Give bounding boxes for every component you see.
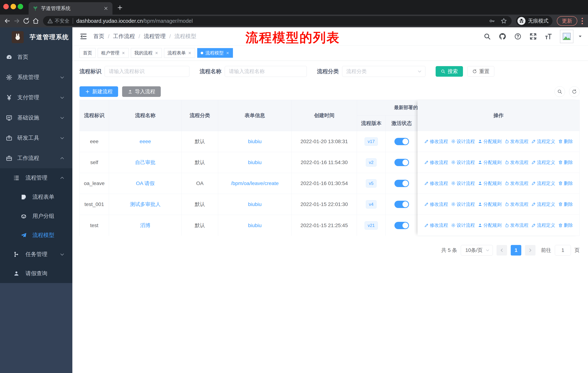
action-delete-link[interactable]: 删除 — [558, 180, 573, 186]
action-edit-process-link[interactable]: 修改流程 — [424, 201, 448, 207]
browser-menu-icon[interactable] — [582, 18, 583, 24]
form-link[interactable]: biubiu — [248, 202, 262, 207]
sidebar-item-process-manage[interactable]: 流程管理 — [0, 168, 72, 187]
sidebar-item-process-form[interactable]: 流程表单 — [0, 187, 72, 207]
action-delete-link[interactable]: 删除 — [558, 222, 573, 228]
action-publish-process-link[interactable]: 发布流程 — [504, 222, 528, 228]
action-publish-process-link[interactable]: 发布流程 — [504, 138, 528, 144]
close-icon[interactable] — [226, 51, 230, 55]
create-process-button[interactable]: 新建流程 — [79, 86, 118, 97]
action-design-process-link[interactable]: 设计流程 — [451, 159, 475, 165]
action-assign-rule-link[interactable]: 分配规则 — [478, 159, 502, 165]
action-delete-link[interactable]: 删除 — [558, 138, 573, 144]
action-assign-rule-link[interactable]: 分配规则 — [478, 180, 502, 186]
sidebar-item-system[interactable]: 系统管理 — [0, 67, 72, 87]
action-design-process-link[interactable]: 设计流程 — [451, 222, 475, 228]
tag-process-model[interactable]: 流程模型 — [197, 48, 233, 58]
github-icon[interactable] — [499, 33, 506, 40]
tag-my-process[interactable]: 我的流程 — [131, 48, 162, 58]
action-process-definition-link[interactable]: 流程定义 — [531, 222, 555, 228]
action-publish-process-link[interactable]: 发布流程 — [504, 180, 528, 186]
forward-icon[interactable] — [13, 17, 21, 25]
next-page-button[interactable] — [525, 245, 536, 255]
process-name-input[interactable] — [225, 66, 307, 77]
form-link[interactable]: biubiu — [248, 222, 262, 228]
action-edit-process-link[interactable]: 修改流程 — [424, 222, 448, 228]
action-publish-process-link[interactable]: 发布流程 — [504, 201, 528, 207]
update-button[interactable]: 更新 — [557, 16, 577, 26]
help-icon[interactable] — [514, 33, 522, 40]
action-assign-rule-link[interactable]: 分配规则 — [478, 201, 502, 207]
breadcrumb-process-manage[interactable]: 流程管理 — [144, 33, 166, 40]
back-icon[interactable] — [3, 17, 11, 25]
search-icon[interactable] — [483, 33, 491, 40]
active-toggle[interactable] — [394, 159, 409, 166]
active-toggle[interactable] — [394, 222, 409, 229]
browser-tab[interactable]: 芋道管理系统 — [29, 2, 113, 15]
active-toggle[interactable] — [394, 201, 409, 208]
sidebar-item-devtools[interactable]: 研发工具 — [0, 128, 72, 148]
action-design-process-link[interactable]: 设计流程 — [451, 180, 475, 186]
process-category-select[interactable]: 流程分类 — [342, 66, 425, 77]
sidebar-item-leave-query[interactable]: 请假查询 — [0, 264, 72, 283]
new-tab-button[interactable] — [117, 4, 123, 11]
sidebar-item-infra[interactable]: 基础设施 — [0, 108, 72, 128]
action-process-definition-link[interactable]: 流程定义 — [531, 201, 555, 207]
refresh-table-button[interactable] — [569, 86, 580, 97]
form-link[interactable]: biubiu — [248, 139, 262, 144]
sidebar-item-workflow[interactable]: 工作流程 — [0, 148, 72, 168]
close-icon[interactable] — [188, 51, 192, 55]
show-search-icon-button[interactable] — [555, 86, 565, 97]
breadcrumb-workflow[interactable]: 工作流程 — [113, 33, 135, 40]
address-bar[interactable]: 不安全 dashboard.yudao.iocoder.cn/bpm/manag… — [43, 16, 512, 26]
action-publish-process-link[interactable]: 发布流程 — [504, 159, 528, 165]
process-name-link[interactable]: eeee — [140, 139, 151, 144]
active-toggle[interactable] — [394, 138, 409, 145]
sidebar-item-task-manage[interactable]: 任务管理 — [0, 245, 72, 264]
action-process-definition-link[interactable]: 流程定义 — [531, 138, 555, 144]
reload-icon[interactable] — [22, 17, 30, 25]
avatar[interactable] — [560, 30, 573, 43]
action-assign-rule-link[interactable]: 分配规则 — [478, 222, 502, 228]
key-icon[interactable] — [489, 18, 495, 24]
sidebar-item-home[interactable]: 首页 — [0, 47, 72, 67]
close-icon[interactable] — [122, 51, 125, 55]
tag-home[interactable]: 首页 — [79, 48, 95, 58]
collapse-sidebar-icon[interactable] — [79, 32, 87, 40]
bookmark-star-icon[interactable] — [500, 18, 507, 24]
page-size-select[interactable]: 10条/页 — [461, 245, 493, 255]
window-close-button[interactable] — [3, 4, 9, 9]
form-link[interactable]: /bpm/oa/leave/create — [231, 181, 279, 186]
process-name-link[interactable]: OA 请假 — [136, 180, 155, 187]
tag-tenant[interactable]: 租户管理 — [98, 48, 129, 58]
reset-button[interactable]: 重置 — [467, 66, 494, 77]
action-process-definition-link[interactable]: 流程定义 — [531, 159, 555, 165]
current-page-button[interactable]: 1 — [511, 245, 521, 255]
home-icon[interactable] — [32, 17, 40, 25]
font-size-icon[interactable] — [545, 33, 552, 40]
tab-close-icon[interactable] — [103, 6, 108, 11]
close-icon[interactable] — [155, 51, 158, 55]
action-edit-process-link[interactable]: 修改流程 — [424, 138, 448, 144]
action-edit-process-link[interactable]: 修改流程 — [424, 180, 448, 186]
sidebar-item-user-group[interactable]: 用户分组 — [0, 207, 72, 226]
active-toggle[interactable] — [394, 180, 409, 187]
action-delete-link[interactable]: 删除 — [558, 201, 573, 207]
form-link[interactable]: biubiu — [248, 160, 262, 165]
prev-page-button[interactable] — [496, 245, 507, 255]
goto-page-input[interactable] — [555, 245, 571, 255]
action-delete-link[interactable]: 删除 — [558, 159, 573, 165]
tag-process-form[interactable]: 流程表单 — [164, 48, 195, 58]
caret-down-icon[interactable] — [578, 34, 583, 39]
breadcrumb-home[interactable]: 首页 — [93, 33, 104, 40]
action-design-process-link[interactable]: 设计流程 — [451, 201, 475, 207]
process-name-link[interactable]: 自己审批 — [135, 159, 156, 166]
window-zoom-button[interactable] — [18, 4, 23, 9]
process-name-link[interactable]: 滔博 — [140, 222, 150, 229]
process-id-input[interactable] — [105, 66, 189, 77]
action-assign-rule-link[interactable]: 分配规则 — [478, 138, 502, 144]
search-button[interactable]: 搜索 — [436, 66, 463, 77]
sidebar-item-payment[interactable]: 支付管理 — [0, 87, 72, 108]
window-minimize-button[interactable] — [10, 4, 16, 9]
action-process-definition-link[interactable]: 流程定义 — [531, 180, 555, 186]
